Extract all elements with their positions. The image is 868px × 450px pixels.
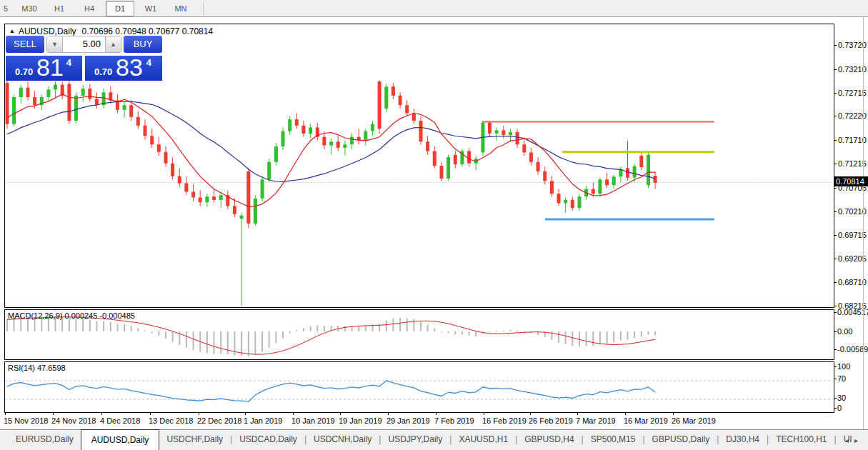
axis-tick — [834, 282, 837, 283]
axis-tick — [834, 379, 837, 379]
sell-button[interactable]: SELL — [6, 36, 44, 53]
timeframe-5[interactable]: 5 — [0, 1, 13, 16]
price-tick-label: 0.69205 — [838, 254, 867, 263]
date-label: 7 Feb 2019 — [434, 416, 474, 425]
tab-scroll-right-icon[interactable]: ▸ — [854, 436, 858, 444]
window-edge — [863, 17, 864, 429]
tab-tech100-h1[interactable]: TECH100,H1 — [769, 430, 834, 450]
price-tick-label: 0.72715 — [838, 89, 867, 97]
axis-tick — [834, 259, 837, 259]
axis-tick — [834, 306, 837, 306]
chart-header: ▲AUDUSD,Daily0.70696 0.70948 0.70677 0.7… — [9, 26, 213, 36]
date-label: 4 Dec 2018 — [100, 416, 140, 425]
axis-tick — [834, 366, 837, 367]
date-label: 16 Feb 2019 — [482, 416, 527, 425]
macd-tick-label: 0.00 — [837, 327, 852, 336]
date-tick — [484, 413, 484, 415]
date-label: 10 Jan 2019 — [291, 416, 335, 425]
date-label: 22 Dec 2018 — [197, 416, 241, 425]
current-price-badge: 0.70814 — [834, 176, 868, 186]
axis-tick — [834, 93, 837, 94]
date-tick — [436, 413, 437, 415]
price-tick-label: 0.68710 — [838, 278, 867, 286]
sell-price-big: 81 — [36, 54, 64, 81]
sell-price-prefix: 0.70 — [15, 66, 33, 77]
rsi-tick-label: 70 — [837, 374, 846, 383]
date-tick — [530, 413, 531, 415]
axis-tick — [834, 349, 837, 350]
timeframe-w1[interactable]: W1 — [137, 1, 164, 16]
axis-tick — [834, 398, 837, 399]
volume-increase-button[interactable]: ▲ — [105, 36, 121, 52]
axis-tick — [834, 235, 837, 236]
axis-tick — [834, 188, 837, 189]
tab-usdcad-daily[interactable]: USDCAD,Daily — [232, 430, 304, 450]
date-label: 13 Dec 2018 — [149, 416, 193, 425]
price-tick-label: 0.73720 — [838, 41, 867, 49]
tab-gbpusd-daily[interactable]: GBPUSD,Daily — [645, 430, 717, 450]
tab-usdchf-daily[interactable]: USDCHF,Daily — [159, 430, 230, 450]
date-label: 29 Jan 2019 — [386, 416, 430, 425]
mt4-window: 5M30H1H4D1W1MN ▲AUDUSD,Daily0.70696 0.70… — [0, 0, 868, 450]
tab-usdjpy-daily[interactable]: USDJPY,Daily — [381, 430, 449, 450]
timeframe-h4[interactable]: H4 — [76, 1, 103, 16]
axis-tick — [834, 312, 837, 313]
macd-label: MACD(12,26,9) 0.000245 -0.000485 — [8, 311, 135, 320]
tab-xauusd-h1[interactable]: XAUUSD,H1 — [452, 430, 515, 450]
price-tick-label: 0.72220 — [838, 111, 867, 120]
axis-tick — [834, 331, 837, 332]
date-tick — [673, 413, 674, 415]
price-tick-label: 0.70210 — [838, 207, 867, 216]
axis-tick — [834, 45, 837, 46]
tab-dj30-h4[interactable]: DJ30,H4 — [719, 430, 767, 450]
price-tick-label: 0.71215 — [838, 159, 867, 168]
axis-tick — [834, 211, 837, 212]
timeframe-m30[interactable]: M30 — [16, 1, 43, 16]
date-tick — [388, 413, 389, 415]
axis-tick — [834, 69, 837, 70]
toolbar-separator — [203, 2, 204, 15]
date-label: 26 Feb 2019 — [529, 416, 573, 425]
tab-sp500-m15[interactable]: SP500,M15 — [584, 430, 643, 450]
date-label: 15 Nov 2018 — [4, 416, 48, 425]
buy-price-prefix: 0.70 — [94, 66, 112, 77]
buy-quote[interactable]: 0.70 83 4 — [85, 56, 162, 81]
sell-quote[interactable]: 0.70 81 4 — [6, 56, 82, 81]
timeframe-mn[interactable]: MN — [167, 1, 194, 16]
sell-price-pip: 4 — [66, 57, 71, 68]
one-click-trading-panel: SELL ▼ 5.00 ▲ BUY 0.70 81 4 0.70 83 4 — [6, 36, 162, 81]
buy-button[interactable]: BUY — [124, 36, 162, 53]
timeframe-h1[interactable]: H1 — [46, 1, 73, 16]
date-tick — [101, 413, 102, 415]
rsi-label: RSI(14) 47.6598 — [8, 364, 66, 372]
tab-gbpusd-h4[interactable]: GBPUSD,H4 — [517, 430, 581, 450]
date-tick — [5, 413, 6, 415]
date-label: 7 Mar 2019 — [576, 416, 616, 425]
triangle-down-icon: ▼ — [51, 41, 58, 48]
buy-price-pip: 4 — [146, 57, 151, 68]
axis-tick — [834, 408, 837, 409]
axis-tick — [834, 116, 837, 116]
rsi-panel[interactable] — [4, 361, 834, 413]
symbol-marker-icon: ▲ — [9, 28, 15, 34]
date-tick — [150, 413, 151, 415]
timeframe-d1[interactable]: D1 — [106, 1, 134, 16]
tab-usdcnh-daily[interactable]: USDCNH,Daily — [306, 430, 379, 450]
date-tick — [625, 413, 626, 415]
rsi-tick-label: 30 — [837, 394, 846, 402]
volume-input[interactable]: 5.00 — [63, 36, 105, 52]
axis-tick — [834, 164, 837, 164]
price-tick-label: 0.71710 — [838, 136, 867, 144]
volume-decrease-button[interactable]: ▼ — [47, 36, 63, 52]
date-tick — [340, 413, 341, 415]
date-tick — [53, 413, 54, 415]
tab-scroll-left-icon[interactable]: ◂ — [845, 436, 849, 444]
date-label: 1 Jan 2019 — [244, 416, 282, 425]
date-label: 16 Mar 2019 — [624, 416, 668, 425]
rsi-tick-label: 0 — [837, 404, 842, 412]
tab-scroll-arrows: ◂▸ — [839, 436, 858, 444]
date-label: 19 Jan 2019 — [339, 416, 382, 425]
tab-audusd-daily[interactable]: AUDUSD,Daily — [81, 429, 160, 450]
tab-eurusd-daily[interactable]: EURUSD,Daily — [9, 430, 81, 450]
volume-stepper: ▼ 5.00 ▲ — [46, 36, 121, 53]
